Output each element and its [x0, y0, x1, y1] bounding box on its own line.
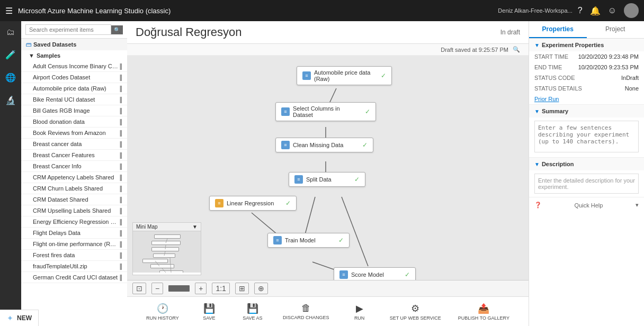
discard-changes-label: DISCARD CHANGES: [283, 315, 329, 320]
node-split-data[interactable]: ≡ Split Data ✓: [289, 172, 365, 187]
canvas-area[interactable]: ≡ Automobile price data (Raw) ✓ ≡ Select…: [127, 56, 529, 296]
sidebar-icon-projects[interactable]: 🗂: [4, 25, 17, 39]
discard-changes-icon: 🗑: [301, 303, 311, 314]
node-check-select-columns: ✓: [365, 108, 370, 115]
sidebar-icon-datasets[interactable]: 🧪: [3, 48, 18, 62]
summary-header[interactable]: ▼ Summary: [529, 105, 644, 117]
node-check-score-model: ✓: [405, 271, 410, 278]
node-train-model[interactable]: ≡ Train Model ✓: [267, 233, 350, 248]
experiment-title: Doğrusal Regresyon: [136, 25, 242, 39]
hamburger-icon[interactable]: ☰: [5, 6, 13, 16]
list-item[interactable]: Automobile price data (Raw)▐: [21, 83, 127, 94]
save-button[interactable]: 💾SAVE: [196, 303, 222, 321]
list-item[interactable]: Adult Census Income Binary Cl...▐: [21, 61, 127, 72]
list-item[interactable]: Flight on-time performance (Ra...▐: [21, 239, 127, 250]
save-label: SAVE: [203, 315, 215, 321]
node-clean-missing[interactable]: ≡ Clean Missing Data ✓: [275, 138, 373, 152]
node-label-automobile: Automobile price data (Raw): [314, 69, 375, 82]
app-title: Microsoft Azure Machine Learning Studio …: [18, 7, 493, 15]
top-nav: ☰ Microsoft Azure Machine Learning Studi…: [0, 0, 644, 21]
node-select-columns[interactable]: ≡ Select Columns in Dataset ✓: [275, 102, 376, 121]
prior-run-link[interactable]: Prior Run: [529, 94, 644, 104]
smiley-icon[interactable]: ☺: [608, 6, 616, 15]
node-check-train-model: ✓: [338, 237, 344, 244]
zoom-slider[interactable]: [168, 285, 190, 292]
center-button[interactable]: ⊕: [254, 283, 268, 294]
list-item[interactable]: CRM Appetency Labels Shared▐: [21, 172, 127, 183]
bottom-action-bar: 🕐RUN HISTORY💾SAVE💾SAVE AS🗑DISCARD CHANGE…: [127, 296, 529, 326]
summary-textarea[interactable]: [534, 121, 639, 152]
saved-datasets-icon: 🗃: [25, 41, 31, 48]
list-item[interactable]: German Credit Card UCI dataset▐: [21, 272, 127, 283]
saved-datasets-label: Saved Datasets: [33, 41, 76, 48]
quick-help-expand-icon[interactable]: ▾: [636, 202, 639, 209]
samples-label: Samples: [37, 52, 60, 59]
user-avatar-icon[interactable]: [624, 3, 639, 18]
list-item[interactable]: Forest fires data▐: [21, 250, 127, 261]
help-icon[interactable]: ?: [578, 6, 583, 15]
mini-map-expand-icon[interactable]: ▼: [192, 224, 198, 230]
fit-screen-button[interactable]: ⊡: [132, 283, 146, 294]
sidebar-icon-experiments[interactable]: 🔬: [3, 93, 18, 107]
set-up-web-service-label: SET UP WEB SERVICE: [390, 315, 441, 321]
status-details-row: STATUS DETAILS None: [529, 83, 644, 94]
end-time-label: END TIME: [534, 64, 562, 70]
search-bar: 🔍: [21, 21, 127, 39]
node-icon-split-data: ≡: [294, 175, 303, 184]
node-linear-regression[interactable]: ≡ Linear Regression ✓: [209, 196, 297, 211]
mini-map-content: [133, 231, 201, 273]
svg-line-7: [166, 239, 167, 243]
run-button[interactable]: ▶RUN: [346, 303, 373, 321]
experiment-properties-header[interactable]: ▼ Experiment Properties: [529, 39, 644, 51]
node-icon-train-model: ≡: [273, 236, 282, 245]
search-canvas-icon[interactable]: 🔍: [513, 46, 520, 53]
mini-map-label: Mini Map: [136, 224, 158, 230]
list-item[interactable]: Energy Efficiency Regression da...▐: [21, 216, 127, 228]
list-item[interactable]: Airport Codes Dataset▐: [21, 72, 127, 83]
list-item[interactable]: Blood donation data▐: [21, 116, 127, 128]
grid-button[interactable]: ⊞: [235, 283, 249, 294]
search-input[interactable]: [25, 24, 111, 35]
publish-to-gallery-button[interactable]: 📤PUBLISH TO GALLERY: [458, 303, 509, 321]
list-item[interactable]: Flight Delays Data▐: [21, 228, 127, 239]
list-item[interactable]: Bill Gates RGB Image▐: [21, 105, 127, 116]
description-header[interactable]: ▼ Description: [529, 158, 644, 170]
sidebar-icon-modules[interactable]: 🌐: [3, 70, 18, 85]
list-item[interactable]: CRM Dataset Shared▐: [21, 194, 127, 205]
search-button[interactable]: 🔍: [111, 25, 123, 34]
mini-map: Mini Map ▼: [132, 222, 201, 275]
discard-changes-button[interactable]: 🗑DISCARD CHANGES: [283, 303, 329, 320]
tab-properties[interactable]: Properties: [529, 21, 587, 38]
quick-help[interactable]: ❓ Quick Help ▾: [529, 197, 644, 213]
svg-line-11: [162, 268, 166, 273]
zoom-out-button[interactable]: −: [151, 283, 163, 294]
saved-datasets-section[interactable]: 🗃 Saved Datasets: [21, 39, 127, 50]
list-item[interactable]: Bike Rental UCI dataset▐: [21, 94, 127, 105]
description-section: ▼ Description Enter the detailed descrip…: [529, 158, 644, 197]
list-item[interactable]: Book Reviews from Amazon▐: [21, 128, 127, 139]
node-label-clean-missing: Clean Missing Data: [293, 142, 357, 148]
left-sidebar: 🗂 🧪 🌐 🔬 ⚙ 🔍 🗃 Saved Datasets ▼ Samples: [0, 21, 127, 326]
list-item[interactable]: Breast Cancer Features▐: [21, 150, 127, 161]
list-item[interactable]: CRM Churn Labels Shared▐: [21, 183, 127, 194]
samples-subsection[interactable]: ▼ Samples: [21, 50, 127, 61]
list-item[interactable]: Breast cancer data▐: [21, 139, 127, 150]
experiment-properties-label: Experiment Properties: [542, 42, 604, 48]
zoom-in-button[interactable]: +: [195, 283, 207, 294]
save-as-button[interactable]: 💾SAVE AS: [239, 303, 266, 321]
tab-project[interactable]: Project: [587, 21, 645, 38]
summary-section: ▼ Summary: [529, 105, 644, 158]
run-history-button[interactable]: 🕐RUN HISTORY: [146, 303, 179, 321]
set-up-web-service-button[interactable]: ⚙SET UP WEB SERVICE: [390, 303, 441, 321]
list-item[interactable]: CRM Upselling Labels Shared▐: [21, 205, 127, 216]
list-item[interactable]: Breast Cancer Info▐: [21, 161, 127, 172]
summary-label: Summary: [542, 108, 568, 114]
description-label: Description: [542, 161, 574, 167]
node-icon-score-model: ≡: [339, 270, 348, 279]
new-button[interactable]: ＋ NEW: [0, 310, 39, 326]
list-item[interactable]: fraudTemplateUtil.zip▐: [21, 261, 127, 272]
node-automobile[interactable]: ≡ Automobile price data (Raw) ✓: [297, 66, 392, 85]
bell-icon[interactable]: 🔔: [590, 6, 601, 16]
ratio-button[interactable]: 1:1: [212, 283, 229, 294]
description-placeholder[interactable]: Enter the detailed description for your …: [534, 174, 639, 194]
